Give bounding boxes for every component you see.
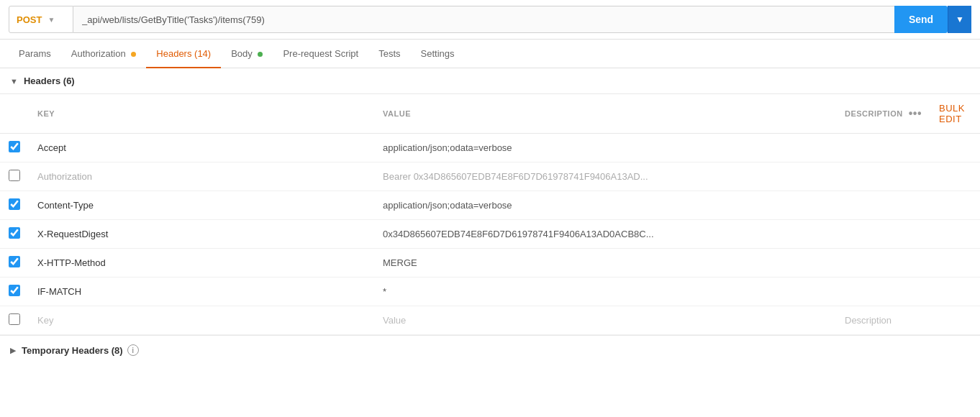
col-checkbox [0, 94, 29, 134]
row-checkbox-cell [0, 191, 29, 220]
row-key[interactable]: Content-Type [29, 191, 374, 220]
table-row-placeholder: Key Value Description [0, 306, 980, 335]
temp-headers-info-icon[interactable]: i [127, 344, 139, 356]
row-value[interactable]: MERGE [374, 249, 836, 278]
tab-headers[interactable]: Headers (14) [146, 40, 221, 68]
row-key[interactable]: X-HTTP-Method [29, 249, 374, 278]
tab-pre-request-script[interactable]: Pre-request Script [273, 40, 368, 68]
table-row: Content-Type application/json;odata=verb… [0, 191, 980, 220]
bulk-edit-button[interactable]: Bulk Edit [933, 100, 971, 127]
tabs-bar: Params Authorization Headers (14) Body P… [0, 40, 980, 68]
url-input[interactable] [73, 6, 895, 33]
row-description[interactable] [836, 134, 980, 162]
placeholder-description[interactable]: Description [836, 306, 980, 335]
col-desc-header: DESCRIPTION ••• Bulk Edit [836, 94, 980, 134]
table-row: Accept application/json;odata=verbose [0, 134, 980, 162]
headers-section-toggle[interactable]: ▼ Headers (6) [0, 68, 980, 94]
row-value[interactable]: application/json;odata=verbose [374, 191, 836, 220]
table-row: X-RequestDigest 0x34D865607EDB74E8F6D7D6… [0, 220, 980, 249]
table-row: IF-MATCH * [0, 278, 980, 306]
row-checkbox[interactable] [9, 285, 20, 296]
temp-headers-title: Temporary Headers (8) [22, 345, 123, 356]
row-description[interactable] [836, 191, 980, 220]
row-checkbox-cell [0, 162, 29, 191]
method-selector[interactable]: POST ▼ [9, 6, 73, 33]
temp-collapse-icon: ▶ [10, 346, 16, 355]
row-value[interactable]: 0x34D865607EDB74E8F6D7D61978741F9406A13A… [374, 220, 836, 249]
row-key[interactable]: IF-MATCH [29, 278, 374, 306]
placeholder-value[interactable]: Value [374, 306, 836, 335]
row-key[interactable]: Authorization [29, 162, 374, 191]
top-bar: POST ▼ Send ▼ [0, 0, 980, 40]
more-options-button[interactable]: ••• [903, 104, 927, 123]
tab-authorization[interactable]: Authorization [61, 40, 147, 68]
row-checkbox-cell [0, 220, 29, 249]
collapse-icon: ▼ [10, 77, 18, 86]
row-value[interactable]: Bearer 0x34D865607EDB74E8F6D7D61978741F9… [374, 162, 836, 191]
tab-settings[interactable]: Settings [411, 40, 465, 68]
table-row: X-HTTP-Method MERGE [0, 249, 980, 278]
row-description[interactable] [836, 249, 980, 278]
body-dot [258, 52, 263, 57]
row-checkbox[interactable] [9, 141, 20, 152]
row-description[interactable] [836, 162, 980, 191]
row-checkbox-cell [0, 249, 29, 278]
row-key[interactable]: X-RequestDigest [29, 220, 374, 249]
temp-headers-toggle[interactable]: ▶ Temporary Headers (8) i [0, 335, 980, 365]
row-checkbox[interactable] [9, 170, 20, 181]
table-row: Authorization Bearer 0x34D865607EDB74E8F… [0, 162, 980, 191]
tab-body[interactable]: Body [221, 40, 273, 68]
headers-table: KEY VALUE DESCRIPTION ••• Bulk Edit [0, 94, 980, 335]
authorization-dot [131, 52, 136, 57]
method-label: POST [17, 14, 42, 25]
row-checkbox-cell [0, 278, 29, 306]
placeholder-checkbox[interactable] [9, 313, 20, 325]
row-description[interactable] [836, 220, 980, 249]
send-dropdown-button[interactable]: ▼ [948, 6, 971, 33]
send-button[interactable]: Send [894, 6, 948, 33]
row-checkbox-cell [0, 134, 29, 162]
placeholder-checkbox-cell [0, 306, 29, 335]
row-value[interactable]: * [374, 278, 836, 306]
method-chevron-icon: ▼ [47, 16, 55, 24]
placeholder-key[interactable]: Key [29, 306, 374, 335]
row-checkbox[interactable] [9, 198, 20, 210]
row-description[interactable] [836, 278, 980, 306]
col-key-header: KEY [29, 94, 374, 134]
col-value-header: VALUE [374, 94, 836, 134]
headers-content: ▼ Headers (6) KEY VALUE DESCRIPTION ••• … [0, 68, 980, 365]
row-value[interactable]: application/json;odata=verbose [374, 134, 836, 162]
row-key[interactable]: Accept [29, 134, 374, 162]
tab-params[interactable]: Params [9, 40, 61, 68]
tab-tests[interactable]: Tests [368, 40, 410, 68]
headers-section-title: Headers (6) [24, 75, 75, 86]
row-checkbox[interactable] [9, 227, 20, 239]
row-checkbox[interactable] [9, 256, 20, 267]
